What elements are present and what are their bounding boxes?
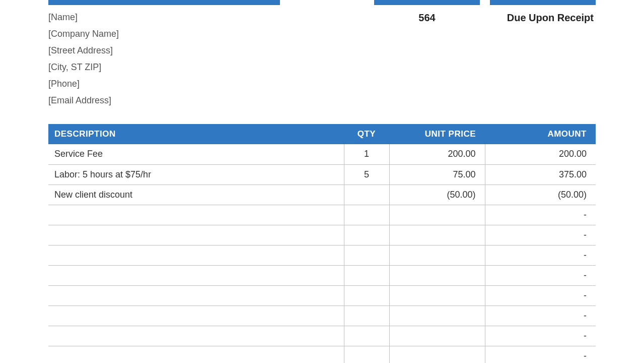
cell-description: New client discount: [48, 185, 344, 205]
cell-unit-price: [389, 306, 485, 326]
billto-header-bar: [48, 0, 280, 5]
billto-email: [Email Address]: [48, 95, 280, 106]
cell-qty: [344, 326, 389, 346]
col-qty: QTY: [344, 124, 389, 144]
cell-qty: [344, 225, 389, 245]
table-row: -: [48, 306, 596, 326]
table-body: Service Fee1200.00200.00Labor: 5 hours a…: [48, 144, 596, 363]
invoice-page: [Name] [Company Name] [Street Address] […: [0, 0, 644, 363]
terms-value: Due Upon Receipt: [490, 12, 596, 106]
cell-amount: (50.00): [485, 185, 596, 205]
cell-qty: [344, 185, 389, 205]
col-unit-price: UNIT PRICE: [389, 124, 485, 144]
table-row: -: [48, 205, 596, 225]
line-items-table: DESCRIPTION QTY UNIT PRICE AMOUNT Servic…: [48, 124, 596, 363]
table-row: -: [48, 225, 596, 245]
table-row: Labor: 5 hours at $75/hr575.00375.00: [48, 164, 596, 185]
cell-description: [48, 346, 344, 363]
cell-amount: -: [485, 205, 596, 225]
billto-citystzip: [City, ST ZIP]: [48, 62, 280, 73]
table-row: -: [48, 265, 596, 285]
table-row: -: [48, 285, 596, 306]
table-row: -: [48, 245, 596, 265]
invoice-number-value: 564: [374, 12, 480, 106]
cell-description: Labor: 5 hours at $75/hr: [48, 164, 344, 185]
cell-amount: -: [485, 265, 596, 285]
header-values: 564 Due Upon Receipt: [374, 9, 596, 106]
cell-amount: -: [485, 326, 596, 346]
cell-unit-price: [389, 225, 485, 245]
cell-description: [48, 326, 344, 346]
col-amount: AMOUNT: [485, 124, 596, 144]
cell-qty: [344, 285, 389, 306]
cell-qty: 1: [344, 144, 389, 164]
cell-amount: -: [485, 245, 596, 265]
table-row: -: [48, 346, 596, 363]
billto-block: [Name] [Company Name] [Street Address] […: [48, 9, 280, 106]
cell-description: [48, 265, 344, 285]
table-row: -: [48, 326, 596, 346]
cell-description: [48, 205, 344, 225]
cell-description: [48, 285, 344, 306]
terms-header-bar: [490, 0, 596, 5]
cell-description: Service Fee: [48, 144, 344, 164]
cell-unit-price: (50.00): [389, 185, 485, 205]
header-bars: [48, 0, 596, 9]
cell-unit-price: 200.00: [389, 144, 485, 164]
cell-amount: -: [485, 225, 596, 245]
billto-phone: [Phone]: [48, 79, 280, 89]
cell-unit-price: [389, 205, 485, 225]
header-content: [Name] [Company Name] [Street Address] […: [48, 9, 596, 106]
cell-qty: 5: [344, 164, 389, 185]
right-header-bars: [374, 0, 596, 9]
cell-amount: -: [485, 306, 596, 326]
cell-qty: [344, 306, 389, 326]
cell-unit-price: [389, 285, 485, 306]
table-row: Service Fee1200.00200.00: [48, 144, 596, 164]
col-description: DESCRIPTION: [48, 124, 344, 144]
cell-unit-price: 75.00: [389, 164, 485, 185]
cell-qty: [344, 205, 389, 225]
cell-unit-price: [389, 326, 485, 346]
cell-qty: [344, 265, 389, 285]
cell-unit-price: [389, 346, 485, 363]
cell-amount: 200.00: [485, 144, 596, 164]
cell-qty: [344, 245, 389, 265]
cell-amount: 375.00: [485, 164, 596, 185]
invoice-number-header-bar: [374, 0, 480, 5]
cell-amount: -: [485, 346, 596, 363]
cell-description: [48, 306, 344, 326]
billto-street: [Street Address]: [48, 45, 280, 56]
cell-unit-price: [389, 265, 485, 285]
cell-amount: -: [485, 285, 596, 306]
cell-description: [48, 245, 344, 265]
table-row: New client discount(50.00)(50.00): [48, 185, 596, 205]
billto-company: [Company Name]: [48, 29, 280, 39]
cell-unit-price: [389, 245, 485, 265]
table-header-row: DESCRIPTION QTY UNIT PRICE AMOUNT: [48, 124, 596, 144]
cell-description: [48, 225, 344, 245]
billto-name: [Name]: [48, 12, 280, 23]
cell-qty: [344, 346, 389, 363]
